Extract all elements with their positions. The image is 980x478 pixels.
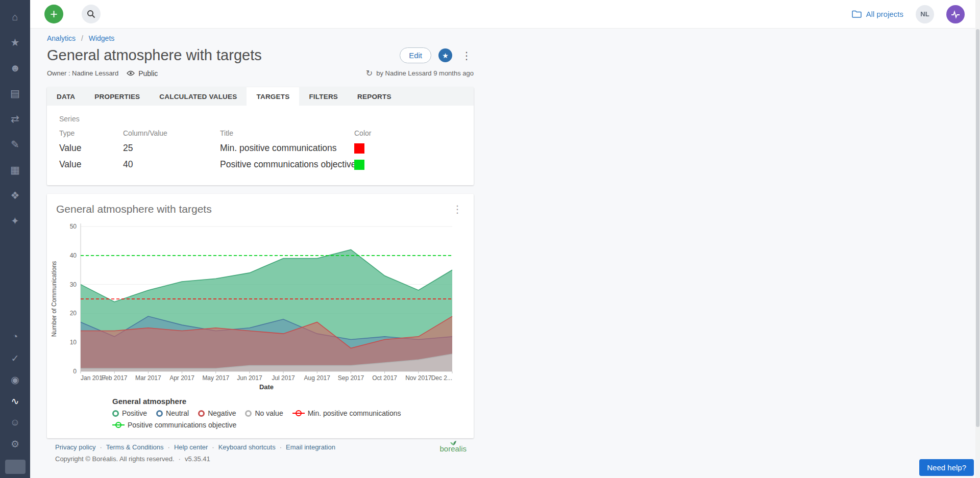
favorite-button[interactable]: ★ [438,48,452,62]
legend-label: Positive communications objective [128,421,236,429]
tab[interactable]: PROPERTIES [85,87,150,106]
series-color-swatch[interactable] [354,143,364,154]
sidebar-top-group: ⌂ ★ ☻ ▤ ⇄ ✎ ▦ ❖ ✦ [0,4,30,234]
tab[interactable]: REPORTS [348,87,401,106]
legend-item[interactable]: Negative [198,409,236,417]
series-row: Value 40 Positive communications objecti… [59,159,461,170]
copyright-text: Copyright © Boréalis. All rights reserve… [55,455,175,463]
svg-text:Dec 2...: Dec 2... [431,374,452,382]
svg-text:May 2017: May 2017 [202,374,229,382]
series-table-header: TypeColumn/ValueTitleColor [59,129,461,137]
organizations-icon[interactable]: ▦ [0,157,30,183]
version-label: v5.35.41 [185,455,210,463]
series-color-swatch[interactable] [354,160,364,170]
chart-legend: General atmosphere PositiveNeutralNegati… [112,397,474,429]
legend-item[interactable]: Positive communications objective [112,421,236,429]
refresh-icon[interactable]: ↻ [366,68,373,78]
breadcrumb-analytics[interactable]: Analytics [47,34,76,42]
svg-text:20: 20 [70,310,77,317]
breadcrumb-widgets[interactable]: Widgets [89,34,115,42]
atmosphere-chart: 01020304050Jan 2017Feb 2017Mar 2017Apr 2… [50,219,471,393]
legend-label: Min. positive communications [308,409,401,417]
legend-title: General atmosphere [112,397,474,406]
edit-button[interactable]: Edit [400,47,431,63]
footer-link[interactable]: Privacy policy [55,443,106,451]
breadcrumb-separator: / [81,34,83,42]
analytics-icon[interactable]: ∿ [0,390,30,412]
land-icon[interactable]: ❖ [0,183,30,208]
svg-text:Nov 2017: Nov 2017 [405,374,432,382]
create-button[interactable]: + [44,5,63,23]
svg-text:40: 40 [70,252,77,259]
search-button[interactable] [82,5,101,23]
sidebar-collapse-button[interactable] [5,460,26,474]
legend-item[interactable]: Neutral [156,409,189,417]
folder-icon [852,10,862,18]
legend-label: No value [255,409,283,417]
svg-text:Aug 2017: Aug 2017 [304,374,331,382]
target-legend-icon [296,410,302,416]
tab[interactable]: FILTERS [299,87,348,106]
legend-item[interactable]: No value [245,409,283,417]
main-area: Analytics / Widgets General atmosphere w… [30,28,980,478]
star-icon: ★ [442,52,449,60]
profile-icon[interactable]: ☺ [0,412,30,433]
legend-item[interactable]: Min. positive communications [292,409,401,417]
series-type: Value [59,159,123,170]
copyright-line: Copyright © Boréalis. All rights reserve… [55,455,474,463]
stakeholders-icon[interactable]: ☻ [0,55,30,81]
kebab-icon: ⋮ [461,50,472,61]
svg-text:Jul 2017: Jul 2017 [272,374,295,382]
footer-links: Privacy policyTerms & ConditionsHelp cen… [55,443,474,451]
map-icon[interactable]: ◉ [0,369,30,390]
tab[interactable]: DATA [47,87,85,106]
topbar: + All projects NL [30,0,980,28]
all-projects-selector[interactable]: All projects [852,10,903,18]
column-header: Color [354,129,395,137]
series-legend-icon [156,410,163,417]
series-legend-icon [112,410,119,417]
series-section-label: Series [59,115,461,123]
dashboard-icon[interactable]: ◔ [0,326,30,347]
notes-icon[interactable]: ✎ [0,132,30,157]
scrollbar[interactable] [975,0,980,478]
engagements-icon[interactable]: ⇄ [0,106,30,132]
integrations-icon[interactable]: ✦ [0,208,30,234]
tasks-icon[interactable]: ✓ [0,347,30,369]
series-legend-icon [198,410,205,417]
column-header: Type [59,129,123,137]
need-help-button[interactable]: Need help? [919,459,974,476]
svg-text:Sep 2017: Sep 2017 [338,374,364,382]
svg-text:30: 30 [70,281,77,288]
home-icon[interactable]: ⌂ [0,4,30,30]
column-header: Title [220,129,354,137]
series-title: Min. positive communications [220,143,354,154]
breadcrumb: Analytics / Widgets [47,34,474,42]
legend-item[interactable]: Positive [112,409,147,417]
svg-text:Feb 2017: Feb 2017 [102,374,128,382]
svg-text:Oct 2017: Oct 2017 [372,374,397,382]
footer-link[interactable]: Terms & Conditions [106,443,174,451]
visibility-eye-icon [127,70,135,76]
footer-link[interactable]: Help center [174,443,218,451]
chart-options-button[interactable]: ⋮ [450,203,464,215]
settings-icon[interactable]: ⚙ [0,433,30,455]
svg-text:10: 10 [70,339,77,346]
favorites-icon[interactable]: ★ [0,30,30,55]
tab[interactable]: TARGETS [247,87,299,106]
tab[interactable]: CALCULATED VALUES [150,87,247,106]
series-type: Value [59,143,123,154]
plus-icon: + [50,7,58,21]
documents-icon[interactable]: ▤ [0,81,30,106]
footer-link[interactable]: Email integration [286,443,335,451]
user-avatar[interactable]: NL [916,5,934,23]
more-options-button[interactable]: ⋮ [459,49,474,62]
visibility-label: Public [138,69,158,78]
account-avatar[interactable] [946,5,965,23]
sidebar: ⌂ ★ ☻ ▤ ⇄ ✎ ▦ ❖ ✦ ◔ ✓ ◉ ∿ ☺ ⚙ [0,0,30,478]
footer: Privacy policyTerms & ConditionsHelp cen… [47,443,474,463]
svg-text:Apr 2017: Apr 2017 [169,374,194,382]
legend-label: Positive [122,409,147,417]
footer-link[interactable]: Keyboard shortcuts [218,443,286,451]
scrollbar-thumb[interactable] [976,29,979,427]
